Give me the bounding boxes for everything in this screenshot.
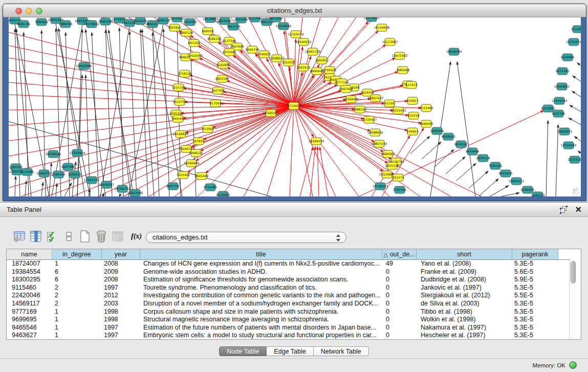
graph-node[interactable]: 1562615 <box>297 64 311 71</box>
graph-node[interactable]: 935756 <box>408 112 420 119</box>
graph-node[interactable]: 11325419 <box>288 31 304 38</box>
table-row[interactable]: 946554611997Estimation of the future num… <box>7 324 569 332</box>
graph-node[interactable]: 9245652 <box>521 186 535 193</box>
graph-node[interactable]: 1610755 <box>173 98 187 105</box>
graph-node[interactable]: 12444154 <box>552 97 568 104</box>
graph-node[interactable]: 9129966 <box>561 54 575 61</box>
graph-node[interactable]: 8186328 <box>208 35 222 42</box>
table-row[interactable]: 946362711997Embryonic stem cells: a mode… <box>7 332 569 340</box>
graph-node[interactable]: 19384554 <box>309 138 324 145</box>
graph-node[interactable]: 15751074 <box>566 38 581 46</box>
table-row[interactable]: 977716911998Corpus callosum shape and si… <box>7 308 569 316</box>
graph-node[interactable]: 10958107 <box>99 181 115 188</box>
graph-node[interactable]: 16648784 <box>446 48 462 55</box>
graph-node[interactable]: 8938923 <box>442 133 455 140</box>
graph-node[interactable]: 3375685 <box>223 49 236 56</box>
graph-node[interactable]: 1221336 <box>172 84 186 91</box>
graph-node[interactable]: 2251426 <box>234 17 248 23</box>
graph-node[interactable]: 891295 <box>188 39 200 47</box>
graph-node[interactable]: 2684067 <box>381 150 395 158</box>
column-header-title[interactable]: title <box>140 249 382 260</box>
column-header-short[interactable]: short <box>417 249 512 260</box>
column-header-pagerank[interactable]: pagerank <box>512 249 558 260</box>
graph-node[interactable]: 18640910 <box>296 38 312 46</box>
graph-node[interactable]: 10025433 <box>390 107 406 114</box>
network-canvas[interactable]: 9355724456515676869212069140610895441065… <box>9 17 581 196</box>
graph-node[interactable]: 2803144 <box>215 75 229 82</box>
graph-node[interactable]: 20364486 <box>343 96 359 103</box>
graph-node[interactable]: 1165465 <box>183 18 197 26</box>
graph-node[interactable]: 5322037 <box>282 59 296 66</box>
graph-node[interactable]: 5498222 <box>189 149 203 157</box>
graph-node[interactable]: 7625402 <box>177 171 190 179</box>
graph-node[interactable]: 149923 <box>407 128 419 135</box>
graph-node[interactable]: 453594 <box>202 125 214 133</box>
tab-edge-table[interactable]: Edge Table <box>267 346 313 356</box>
graph-node[interactable]: 7486322 <box>353 106 367 113</box>
graph-node[interactable]: 10654112 <box>509 178 525 185</box>
tab-network-table[interactable]: Network Table <box>314 346 369 356</box>
graph-node[interactable]: 10688609 <box>367 129 383 136</box>
table-row[interactable]: 1456911722003Disruption of a novel membe… <box>7 300 569 308</box>
graph-node[interactable]: 8220564 <box>216 191 230 196</box>
table-row[interactable]: 1830029562008Estimation of significance … <box>7 276 569 284</box>
graph-node[interactable]: 9097588 <box>61 163 75 170</box>
graph-node[interactable]: 9699695 <box>420 120 433 127</box>
table-selector-dropdown[interactable]: citations_edges.txt <box>146 232 346 243</box>
graph-node[interactable]: 3427552 <box>211 87 225 94</box>
graph-node[interactable]: 7955812 <box>315 57 329 64</box>
graph-node[interactable]: 9857791 <box>166 183 180 190</box>
graph-node[interactable]: 2935114 <box>476 155 490 162</box>
column-header-year[interactable]: year <box>102 249 140 260</box>
window-titlebar[interactable]: citations_edges.txt <box>3 4 586 17</box>
graph-node[interactable]: 1089544 <box>59 20 73 28</box>
column-header-name[interactable]: name <box>7 249 52 260</box>
graph-node[interactable]: 15720407 <box>361 116 377 123</box>
graph-node[interactable]: 20876862 <box>364 17 380 21</box>
graph-node[interactable]: 9242845 <box>216 61 230 69</box>
graph-node[interactable]: 7485068 <box>396 67 410 74</box>
graph-node[interactable]: 17957223 <box>84 177 100 184</box>
graph-node[interactable]: 62160 <box>384 100 395 107</box>
graph-node[interactable]: 8471676 <box>499 170 513 177</box>
graph-node[interactable]: 1815132 <box>385 162 399 169</box>
graph-node[interactable]: 8215955 <box>541 105 555 112</box>
graph-node[interactable]: 17359924 <box>70 149 85 157</box>
graph-node[interactable]: 567833 <box>193 138 205 145</box>
graph-node[interactable]: 17016504 <box>561 142 577 149</box>
row-height-icon[interactable] <box>62 230 75 243</box>
column-select-icon[interactable] <box>30 230 42 243</box>
graph-node[interactable]: 1753342 <box>393 186 407 193</box>
graph-node[interactable]: 10807457 <box>368 95 384 102</box>
graph-node[interactable]: 9115460 <box>420 104 433 112</box>
graph-node[interactable]: 9716485 <box>204 184 217 191</box>
graph-node[interactable]: 1112905 <box>571 26 581 33</box>
graph-node[interactable]: 7632621 <box>489 162 503 169</box>
graph-node[interactable]: 252274 <box>393 174 404 181</box>
graph-node[interactable]: 966058 <box>202 28 214 35</box>
float-window-icon[interactable] <box>560 206 568 213</box>
graph-node[interactable]: 933627 <box>407 97 419 104</box>
graph-node[interactable]: 8990448 <box>310 68 324 75</box>
tab-node-table[interactable]: Node Table <box>219 346 267 356</box>
graph-node[interactable]: 9227343 <box>556 68 570 75</box>
graph-node[interactable]: 8690114 <box>157 17 170 24</box>
close-panel-icon[interactable]: ✕ <box>575 205 582 214</box>
table-row[interactable]: 2242004622012Investigating the contribut… <box>7 292 569 300</box>
graph-node[interactable]: 1145194 <box>52 171 66 178</box>
graph-node[interactable]: 7686921 <box>35 18 49 26</box>
graph-node[interactable]: 12923448 <box>127 189 143 196</box>
graph-node[interactable]: 8813054 <box>269 17 283 22</box>
graph-node[interactable]: 511523 <box>406 81 418 89</box>
graph-node[interactable]: 1115685 <box>20 168 34 176</box>
graph-node[interactable]: 1167531 <box>568 156 581 163</box>
graph-node[interactable]: 1640954 <box>430 127 444 135</box>
select-rows-icon[interactable] <box>46 230 58 243</box>
graph-node[interactable]: 9245513 <box>531 192 545 196</box>
graph-node[interactable]: 6679197 <box>454 141 468 148</box>
graph-node[interactable]: 917004 <box>210 100 222 107</box>
graph-node[interactable]: 9777169 <box>335 79 349 86</box>
table-row[interactable]: 969969511998Structural magnetic resonanc… <box>7 316 569 324</box>
column-header-in_degree[interactable]: in_degree <box>52 249 102 260</box>
delete-table-icon[interactable] <box>95 230 107 243</box>
